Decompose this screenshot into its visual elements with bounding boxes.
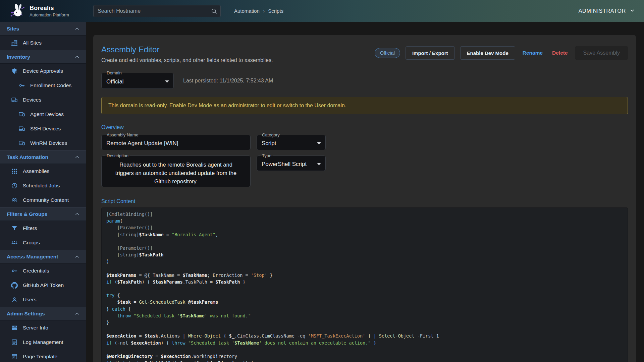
devices-icon	[18, 111, 25, 118]
code-line	[106, 285, 623, 292]
code-line: if ([string]::IsNullOrWhiteSpace($workin…	[106, 360, 623, 362]
sidebar-item-label: Credentials	[23, 268, 49, 274]
save-assembly-button[interactable]: Save Assembly	[575, 46, 628, 60]
chevron-up-icon	[74, 26, 80, 32]
sidebar-section-task-automation[interactable]: Task Automation	[0, 150, 86, 164]
dropdown-caret-icon	[317, 163, 321, 165]
domain-label: Domain	[105, 70, 123, 76]
sidebar-item-label: Assemblies	[23, 168, 49, 174]
overview-section-label: Overview	[101, 124, 628, 130]
sidebar-item-users[interactable]: Users	[0, 292, 86, 307]
sidebar-section-label: Access Management	[7, 254, 74, 260]
breadcrumb-scripts[interactable]: Scripts	[268, 8, 283, 14]
sidebar-item-credentials[interactable]: Credentials	[0, 263, 86, 278]
sidebar-item-label: GitHub API Token	[23, 282, 64, 288]
sidebar-item-ssh-devices[interactable]: SSH Devices	[0, 121, 86, 136]
dropdown-caret-icon	[317, 142, 321, 144]
sidebar-item-filters[interactable]: Filters	[0, 221, 86, 235]
sidebar-item-page-template[interactable]: Page Template	[0, 349, 86, 362]
github-icon	[11, 282, 18, 289]
breadcrumb-automation[interactable]: Automation	[234, 8, 260, 14]
devices-icon	[18, 140, 25, 146]
last-persisted-text: Last persisted: 11/1/2025, 7:52:43 AM	[183, 78, 273, 84]
code-line: param(	[106, 218, 623, 224]
sidebar-item-scheduled-jobs[interactable]: Scheduled Jobs	[0, 178, 86, 193]
page-subtitle: Create and edit variables, scripts, and …	[101, 57, 273, 63]
assembly-name-field[interactable]: Assembly Name Remote Agent Update [WIN]	[101, 135, 251, 150]
import-export-button[interactable]: Import / Export	[406, 46, 455, 60]
code-line: $workingDirectory = $execAction.WorkingD…	[106, 353, 623, 360]
sidebar-section-access-management[interactable]: Access Management	[0, 250, 86, 263]
sidebar-item-server-info[interactable]: Server Info	[0, 320, 86, 335]
sidebar-item-winrm-devices[interactable]: WinRM Devices	[0, 136, 86, 150]
sidebar-section-filters-groups[interactable]: Filters & Groups	[0, 207, 86, 221]
chevron-up-icon	[74, 311, 80, 317]
people-icon	[11, 197, 18, 203]
code-line: $taskParams = @{ TaskName = $TaskName; E…	[106, 272, 623, 279]
sidebar-item-device-approvals[interactable]: Device Approvals	[0, 64, 86, 78]
code-line: )	[106, 258, 623, 265]
description-value: Reaches out to the remote Borealis agent…	[102, 156, 250, 187]
chevron-down-icon	[629, 7, 635, 15]
header-actions: Official Import / Export Enable Dev Mode…	[375, 46, 628, 60]
devices-icon	[11, 97, 18, 103]
code-line: try {	[106, 292, 623, 299]
server-icon	[11, 324, 18, 331]
sidebar-section-inventory[interactable]: Inventory	[0, 50, 86, 64]
code-line: if (-not $execAction) { throw "Scheduled…	[106, 340, 623, 346]
sidebar-section-label: Admin Settings	[7, 311, 74, 317]
breadcrumb: Automation › Scripts	[234, 8, 283, 14]
devices-icon	[18, 125, 25, 132]
sidebar-item-groups[interactable]: Groups	[0, 235, 86, 250]
description-field[interactable]: Description Reaches out to the remote Bo…	[101, 156, 251, 187]
code-line: } catch {	[106, 306, 623, 312]
sidebar-item-label: Page Template	[23, 354, 57, 360]
sidebar-item-devices[interactable]: Devices	[0, 93, 86, 107]
code-line: [Parameter()]	[106, 224, 623, 231]
user-menu[interactable]: ADMINISTRATOR	[579, 7, 635, 15]
type-select[interactable]: Type PowerShell Script	[257, 156, 326, 171]
brand: Borealis Automation Platform	[9, 2, 93, 20]
main-content: Assembly Editor Create and edit variable…	[86, 22, 644, 362]
sidebar-section-admin-settings[interactable]: Admin Settings	[0, 307, 86, 320]
code-line: [CmdletBinding()]	[106, 211, 623, 218]
read-only-warning: This domain is read-only. Enable Dev Mod…	[101, 97, 628, 114]
chevron-up-icon	[74, 154, 80, 160]
sidebar-item-enrollment-codes[interactable]: Enrollment Codes	[0, 78, 86, 93]
sidebar-section-label: Inventory	[7, 54, 74, 60]
search-box	[93, 5, 221, 17]
code-line	[106, 326, 623, 333]
rename-button[interactable]: Rename	[521, 50, 545, 56]
sidebar-item-label: Groups	[23, 240, 40, 246]
key-icon	[18, 82, 25, 89]
sidebar-item-label: Filters	[23, 225, 37, 231]
sidebar-item-label: Community Content	[23, 197, 69, 203]
code-line	[106, 265, 623, 272]
assembly-editor-card: Assembly Editor Create and edit variable…	[93, 35, 636, 362]
delete-button[interactable]: Delete	[550, 50, 570, 56]
code-line	[106, 346, 623, 353]
filter-icon	[11, 225, 18, 232]
sidebar-item-github-api-token[interactable]: GitHub API Token	[0, 278, 86, 292]
domain-select[interactable]: Domain Official	[101, 73, 174, 89]
sidebar-item-label: WinRM Devices	[30, 140, 67, 146]
sidebar-item-agent-devices[interactable]: Agent Devices	[0, 107, 86, 121]
code-line: }	[106, 319, 623, 326]
code-line: $execAction = $task.Actions | Where-Obje…	[106, 333, 623, 339]
sidebar-item-all-sites[interactable]: All Sites	[0, 36, 86, 50]
category-select[interactable]: Category Script	[257, 135, 326, 150]
sidebar-item-community-content[interactable]: Community Content	[0, 193, 86, 207]
code-line: if ($TaskPath) { $taskParams.TaskPath = …	[106, 279, 623, 285]
sidebar-item-label: Log Management	[23, 339, 63, 345]
sidebar-item-assemblies[interactable]: Assemblies	[0, 164, 86, 178]
enable-dev-mode-button[interactable]: Enable Dev Mode	[460, 46, 515, 60]
sidebar: SitesAll SitesInventoryDevice ApprovalsE…	[0, 22, 86, 362]
sidebar-item-log-management[interactable]: Log Management	[0, 335, 86, 349]
search-input[interactable]	[93, 5, 221, 17]
sidebar-section-sites[interactable]: Sites	[0, 22, 86, 36]
script-editor[interactable]: [CmdletBinding()]param( [Parameter()] [s…	[101, 207, 628, 362]
script-content-label: Script Content	[101, 198, 628, 204]
search-icon	[211, 8, 217, 16]
official-badge: Official	[375, 48, 400, 58]
sidebar-section-label: Filters & Groups	[7, 211, 74, 217]
